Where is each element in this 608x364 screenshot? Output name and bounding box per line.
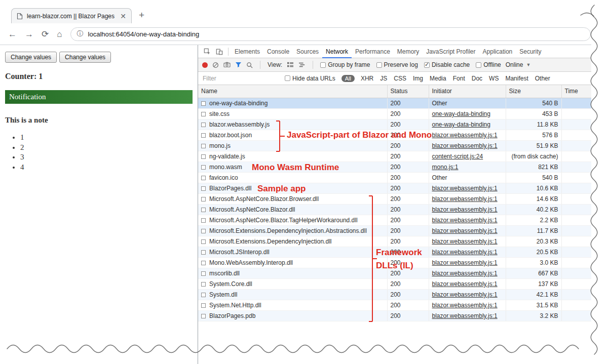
column-header-time[interactable]: Time bbox=[561, 85, 608, 98]
devtools-tab-elements[interactable]: Elements bbox=[231, 45, 263, 58]
network-row[interactable]: System.Core.dll200blazor.webassembly.js:… bbox=[198, 279, 608, 290]
network-row[interactable]: one-way-data-binding200Other540 B bbox=[198, 98, 608, 109]
initiator-link[interactable]: blazor.webassembly.js:1 bbox=[432, 132, 498, 139]
network-row[interactable]: site.css200one-way-data-binding453 B bbox=[198, 109, 608, 119]
new-tab-button[interactable]: + bbox=[139, 10, 144, 21]
network-row[interactable]: blazor.webassembly.js200one-way-data-bin… bbox=[198, 119, 608, 130]
network-row[interactable]: Microsoft.AspNetCore.Blazor.dll200blazor… bbox=[198, 205, 608, 215]
filter-type-js[interactable]: JS bbox=[380, 75, 387, 82]
devtools-tab-console[interactable]: Console bbox=[263, 45, 293, 58]
filter-input[interactable] bbox=[203, 75, 279, 82]
network-row[interactable]: BlazorPages.dll200blazor.webassembly.js:… bbox=[198, 183, 608, 194]
device-toolbar-icon[interactable] bbox=[213, 48, 225, 55]
network-row[interactable]: favicon.ico200Other540 B bbox=[198, 173, 608, 183]
initiator-link[interactable]: blazor.webassembly.js:1 bbox=[432, 238, 498, 245]
network-row[interactable]: BlazorPages.pdb200blazor.webassembly.js:… bbox=[198, 311, 608, 321]
network-row[interactable]: ng-validate.js200content-script.js:24(fr… bbox=[198, 151, 608, 162]
filter-type-doc[interactable]: Doc bbox=[472, 75, 482, 82]
devtools-tab-sources[interactable]: Sources bbox=[293, 45, 322, 58]
initiator-link[interactable]: blazor.webassembly.js:1 bbox=[432, 302, 498, 309]
network-row[interactable]: System.Net.Http.dll200blazor.webassembly… bbox=[198, 300, 608, 311]
devtools-tab-network[interactable]: Network bbox=[322, 45, 352, 58]
network-row[interactable]: mscorlib.dll200blazor.webassembly.js:166… bbox=[198, 268, 608, 279]
network-row[interactable]: Microsoft.AspNetCore.Blazor.TagHelperWor… bbox=[198, 215, 608, 226]
request-status: 200 bbox=[387, 98, 429, 109]
info-icon[interactable]: ⓘ bbox=[77, 29, 84, 38]
view-list-icon[interactable] bbox=[287, 62, 294, 68]
initiator-link[interactable]: blazor.webassembly.js:1 bbox=[432, 206, 498, 213]
checkbox-group-by-frame[interactable]: Group by frame bbox=[320, 61, 370, 68]
record-button[interactable] bbox=[202, 62, 208, 68]
home-button[interactable]: ⌂ bbox=[57, 30, 62, 38]
initiator-link[interactable]: blazor.webassembly.js:1 bbox=[432, 249, 498, 256]
request-initiator: blazor.webassembly.js:1 bbox=[429, 311, 506, 321]
clear-icon[interactable] bbox=[212, 62, 219, 68]
devtools-tab-performance[interactable]: Performance bbox=[352, 45, 394, 58]
list-item: 1 bbox=[20, 133, 193, 143]
inspect-element-icon[interactable] bbox=[201, 48, 213, 55]
devtools-tab-application[interactable]: Application bbox=[479, 45, 516, 58]
initiator-link[interactable]: blazor.webassembly.js:1 bbox=[432, 217, 498, 224]
devtools-tab-memory[interactable]: Memory bbox=[394, 45, 423, 58]
tab-close-icon[interactable]: ✕ bbox=[120, 13, 126, 20]
reload-button[interactable]: ⟳ bbox=[42, 30, 49, 38]
filter-type-xhr[interactable]: XHR bbox=[361, 75, 373, 82]
filter-type-img[interactable]: Img bbox=[413, 75, 423, 82]
column-header-initiator[interactable]: Initiator bbox=[429, 85, 506, 98]
initiator-link[interactable]: one-way-data-binding bbox=[432, 121, 490, 128]
throttling-dropdown[interactable]: Online ▼ bbox=[506, 61, 531, 68]
filter-type-css[interactable]: CSS bbox=[394, 75, 406, 82]
network-row[interactable]: Microsoft.AspNetCore.Blazor.Browser.dll2… bbox=[198, 194, 608, 205]
filter-type-all[interactable]: All bbox=[341, 75, 355, 82]
file-icon bbox=[201, 271, 206, 276]
network-row[interactable]: Microsoft.Extensions.DependencyInjection… bbox=[198, 236, 608, 247]
column-header-status[interactable]: Status bbox=[387, 85, 429, 98]
network-row[interactable]: Mono.WebAssembly.Interop.dll200blazor.we… bbox=[198, 258, 608, 268]
checkbox-hide-data-urls[interactable]: Hide data URLs bbox=[285, 75, 335, 82]
view-waterfall-icon[interactable] bbox=[298, 62, 306, 68]
filter-type-other[interactable]: Other bbox=[535, 75, 550, 82]
checkbox-preserve-log[interactable]: Preserve log bbox=[376, 61, 418, 68]
devtools-tab-security[interactable]: Security bbox=[516, 45, 545, 58]
network-row[interactable]: Microsoft.JSInterop.dll200blazor.webasse… bbox=[198, 247, 608, 258]
network-row[interactable]: mono.wasm200mono.js:1821 KB bbox=[198, 162, 608, 173]
initiator-link[interactable]: blazor.webassembly.js:1 bbox=[432, 280, 498, 288]
request-name: BlazorPages.dll bbox=[198, 183, 387, 194]
initiator-link[interactable]: blazor.webassembly.js:1 bbox=[432, 185, 498, 192]
initiator-link[interactable]: one-way-data-binding bbox=[432, 110, 490, 117]
network-row[interactable]: blazor.boot.json200blazor.webassembly.js… bbox=[198, 130, 608, 141]
column-header-name[interactable]: Name bbox=[198, 85, 387, 98]
initiator-link[interactable]: content-script.js:24 bbox=[432, 153, 483, 160]
devtools-tab-javascript-profiler[interactable]: JavaScript Profiler bbox=[423, 45, 479, 58]
filter-type-media[interactable]: Media bbox=[430, 75, 446, 82]
checkbox-label: Preserve log bbox=[384, 61, 418, 68]
checkbox-disable-cache[interactable]: Disable cache bbox=[424, 61, 470, 68]
filter-type-manifest[interactable]: Manifest bbox=[505, 75, 528, 82]
initiator-link[interactable]: mono.js:1 bbox=[432, 164, 459, 171]
initiator-link[interactable]: blazor.webassembly.js:1 bbox=[432, 312, 498, 319]
browser-tab[interactable]: learn-blazor.com || Blazor Pages ✕ bbox=[11, 8, 132, 23]
change-values-button-2[interactable]: Change values bbox=[59, 52, 111, 63]
change-values-button-1[interactable]: Change values bbox=[5, 52, 57, 63]
forward-button[interactable]: → bbox=[25, 30, 33, 38]
request-name: Microsoft.AspNetCore.Blazor.dll bbox=[198, 205, 387, 215]
initiator-link[interactable]: blazor.webassembly.js:1 bbox=[432, 142, 498, 149]
back-button[interactable]: ← bbox=[8, 30, 17, 38]
address-bar[interactable]: ⓘ localhost:64054/one-way-data-binding bbox=[70, 27, 591, 41]
initiator-link[interactable]: blazor.webassembly.js:1 bbox=[432, 291, 498, 298]
column-header-size[interactable]: Size bbox=[506, 85, 561, 98]
network-row[interactable]: mono.js200blazor.webassembly.js:151.9 KB bbox=[198, 141, 608, 151]
filter-type-font[interactable]: Font bbox=[453, 75, 465, 82]
network-row[interactable]: System.dll200blazor.webassembly.js:142.1… bbox=[198, 290, 608, 300]
initiator-link[interactable]: blazor.webassembly.js:1 bbox=[432, 270, 498, 277]
initiator-link[interactable]: blazor.webassembly.js:1 bbox=[432, 227, 498, 234]
search-icon[interactable] bbox=[246, 62, 253, 68]
screenshot-camera-icon[interactable] bbox=[223, 62, 231, 68]
checkbox-offline[interactable]: Offline bbox=[476, 61, 501, 68]
filter-type-ws[interactable]: WS bbox=[489, 75, 499, 82]
request-status: 200 bbox=[387, 268, 429, 279]
filter-funnel-icon[interactable] bbox=[235, 62, 242, 68]
initiator-link[interactable]: blazor.webassembly.js:1 bbox=[432, 259, 498, 266]
network-row[interactable]: Microsoft.Extensions.DependencyInjection… bbox=[198, 226, 608, 236]
initiator-link[interactable]: blazor.webassembly.js:1 bbox=[432, 195, 498, 203]
